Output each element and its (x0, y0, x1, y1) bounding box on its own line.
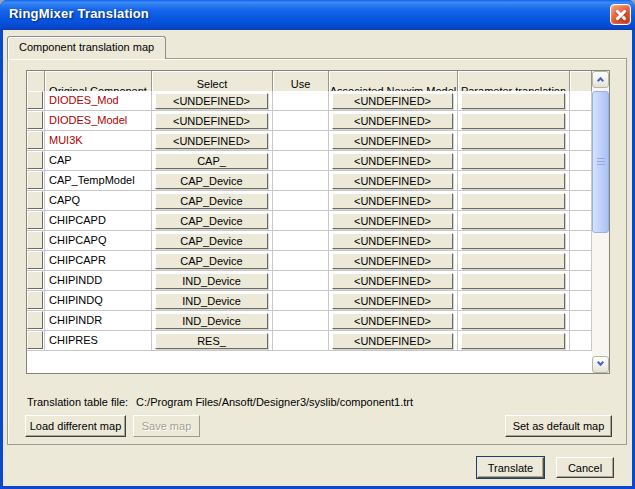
load-different-map-button[interactable]: Load different map (25, 415, 126, 437)
original-component-cell: CHIPINDQ (45, 291, 152, 311)
original-component-cell: DIODES_Model (45, 111, 152, 131)
row-selector-button[interactable] (27, 111, 43, 129)
parameter-translation-button[interactable] (461, 333, 565, 349)
use-planarem-cell (273, 151, 329, 171)
translated-component-button[interactable]: CAP_Device (155, 253, 268, 269)
row-selector-button[interactable] (27, 251, 43, 269)
translated-component-button[interactable]: IND_Device (155, 313, 268, 329)
nexxim-model-button[interactable]: <UNDEFINED> (332, 233, 453, 249)
translated-component-cell: CAP_Device (152, 251, 273, 271)
parameter-translation-button[interactable] (461, 233, 565, 249)
scroll-down-button[interactable] (592, 356, 609, 373)
row-selector-button[interactable] (27, 211, 43, 229)
row-selector-cell (27, 331, 45, 351)
title-bar[interactable]: RingMixer Translation (0, 0, 635, 30)
translated-component-button[interactable]: CAP_ (155, 153, 268, 169)
original-component-cell: CHIPINDR (45, 311, 152, 331)
spacer-cell (570, 111, 592, 131)
row-selector-button[interactable] (27, 331, 43, 349)
spacer-cell (570, 251, 592, 271)
tab-component-translation-map[interactable]: Component translation map (7, 36, 166, 59)
use-planarem-cell (273, 91, 329, 111)
nexxim-model-cell: <UNDEFINED> (329, 211, 458, 231)
nexxim-model-button[interactable]: <UNDEFINED> (332, 133, 453, 149)
row-selector-cell (27, 311, 45, 331)
save-map-button[interactable]: Save map (133, 415, 200, 437)
translated-component-cell: <UNDEFINED> (152, 111, 273, 131)
translated-component-button[interactable]: CAP_Device (155, 173, 268, 189)
spacer-cell (570, 151, 592, 171)
parameter-translation-cell (458, 231, 570, 251)
set-as-default-map-button[interactable]: Set as default map (505, 415, 612, 437)
translated-component-cell: IND_Device (152, 311, 273, 331)
nexxim-model-button[interactable]: <UNDEFINED> (332, 313, 453, 329)
nexxim-model-button[interactable]: <UNDEFINED> (332, 153, 453, 169)
nexxim-model-button[interactable]: <UNDEFINED> (332, 173, 453, 189)
nexxim-model-button[interactable]: <UNDEFINED> (332, 293, 453, 309)
row-selector-button[interactable] (27, 151, 43, 169)
spacer-cell (570, 171, 592, 191)
parameter-translation-button[interactable] (461, 213, 565, 229)
parameter-translation-button[interactable] (461, 133, 565, 149)
row-selector-button[interactable] (27, 171, 43, 189)
translated-component-button[interactable]: <UNDEFINED> (155, 93, 268, 109)
scrollbar-thumb[interactable] (592, 91, 609, 233)
parameter-translation-button[interactable] (461, 173, 565, 189)
use-planarem-cell (273, 171, 329, 191)
parameter-translation-button[interactable] (461, 193, 565, 209)
row-selector-button[interactable] (27, 91, 43, 109)
nexxim-model-cell: <UNDEFINED> (329, 331, 458, 351)
use-planarem-cell (273, 291, 329, 311)
original-component-label: CHIPINDQ (49, 294, 103, 306)
parameter-translation-button[interactable] (461, 93, 565, 109)
row-selector-button[interactable] (27, 191, 43, 209)
translate-button[interactable]: Translate (477, 457, 544, 478)
row-selector-button[interactable] (27, 131, 43, 149)
parameter-translation-cell (458, 91, 570, 111)
nexxim-model-button[interactable]: <UNDEFINED> (332, 213, 453, 229)
row-selector-cell (27, 91, 45, 111)
translated-component-button[interactable]: <UNDEFINED> (155, 113, 268, 129)
translated-component-button[interactable]: IND_Device (155, 273, 268, 289)
nexxim-model-button[interactable]: <UNDEFINED> (332, 113, 453, 129)
parameter-translation-button[interactable] (461, 273, 565, 289)
nexxim-model-button[interactable]: <UNDEFINED> (332, 333, 453, 349)
nexxim-model-button[interactable]: <UNDEFINED> (332, 253, 453, 269)
row-selector-button[interactable] (27, 231, 43, 249)
spacer-cell (570, 91, 592, 111)
parameter-translation-button[interactable] (461, 293, 565, 309)
scroll-up-button[interactable] (592, 71, 609, 88)
parameter-translation-button[interactable] (461, 313, 565, 329)
translated-component-cell: RES_ (152, 331, 273, 351)
nexxim-model-button[interactable]: <UNDEFINED> (332, 193, 453, 209)
cancel-button[interactable]: Cancel (556, 457, 614, 478)
row-selector-button[interactable] (27, 311, 43, 329)
row-selector-cell (27, 291, 45, 311)
parameter-translation-cell (458, 311, 570, 331)
parameter-translation-button[interactable] (461, 253, 565, 269)
vertical-scrollbar[interactable] (592, 71, 609, 373)
chevron-down-icon (597, 359, 604, 366)
translated-component-button[interactable]: <UNDEFINED> (155, 133, 268, 149)
nexxim-model-button[interactable]: <UNDEFINED> (332, 273, 453, 289)
row-selector-button[interactable] (27, 271, 43, 289)
translation-grid: Original Component Select Translated Com… (27, 71, 592, 351)
nexxim-model-button[interactable]: <UNDEFINED> (332, 93, 453, 109)
translated-component-button[interactable]: RES_ (155, 333, 268, 349)
parameter-translation-button[interactable] (461, 153, 565, 169)
row-selector-button[interactable] (27, 291, 43, 309)
nexxim-model-cell: <UNDEFINED> (329, 231, 458, 251)
spacer-cell (570, 231, 592, 251)
translated-component-button[interactable]: CAP_Device (155, 213, 268, 229)
translated-component-button[interactable]: CAP_Device (155, 193, 268, 209)
parameter-translation-button[interactable] (461, 113, 565, 129)
translated-component-cell: CAP_Device (152, 171, 273, 191)
translated-component-button[interactable]: CAP_Device (155, 233, 268, 249)
close-button[interactable] (610, 4, 631, 25)
row-selector-cell (27, 251, 45, 271)
original-component-cell: CAPQ (45, 191, 152, 211)
use-planarem-cell (273, 331, 329, 351)
translated-component-button[interactable]: IND_Device (155, 293, 268, 309)
row-selector-cell (27, 131, 45, 151)
parameter-translation-cell (458, 251, 570, 271)
